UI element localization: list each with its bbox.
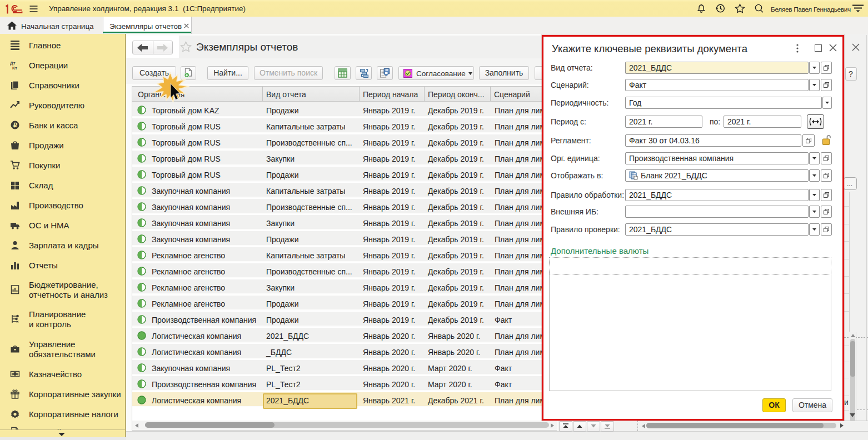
svg-text:Кт: Кт [12, 66, 17, 70]
svg-text:Дт: Дт [10, 61, 16, 66]
svg-text:₽: ₽ [13, 122, 17, 128]
